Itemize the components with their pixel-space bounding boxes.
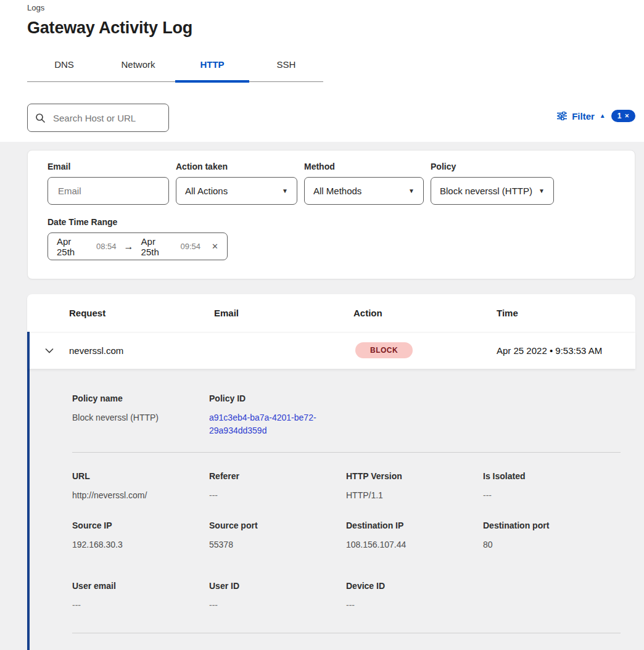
detail-value: --- (209, 599, 346, 612)
detail-field-destination-port: Destination port 80 (483, 520, 620, 551)
email-input-wrap (47, 177, 169, 205)
detail-label: Is Isolated (483, 471, 620, 481)
filter-toggle-button[interactable]: Filter ▲ (557, 111, 606, 121)
filter-count-badge[interactable]: 1 ✕ (611, 110, 635, 122)
detail-field-source-port: Source port 55378 (209, 520, 346, 551)
filter-field-email: Email (47, 162, 169, 205)
filter-field-policy: Policy Block neverssl (HTTP) ▼ (431, 162, 554, 205)
detail-field-url: URL http://neverssl.com/ (72, 471, 209, 502)
field-label: Policy (431, 162, 554, 171)
search-box (27, 104, 169, 132)
detail-field-http-version: HTTP Version HTTP/1.1 (346, 471, 483, 502)
expand-row-button[interactable] (30, 348, 69, 353)
content-area: Email Action taken All Actions ▼ Method … (0, 150, 644, 650)
page-title: Gateway Activity Log (27, 19, 635, 38)
tab-label: HTTP (200, 59, 224, 70)
select-value: All Actions (185, 186, 228, 196)
table-row[interactable]: neverssl.com BLOCK Apr 25 2022 • 9:53:53… (27, 332, 635, 369)
filter-field-date-range: Date Time Range Apr 25th 08:54 → Apr 25t… (47, 217, 616, 260)
filter-cluster: Filter ▲ 1 ✕ (557, 110, 635, 122)
clear-date-range-icon[interactable]: ✕ (212, 242, 218, 251)
end-date: Apr 25th (141, 236, 175, 257)
detail-field-device-id: Device ID --- (346, 581, 483, 612)
detail-value: --- (209, 489, 346, 502)
request-cell: neverssl.com (69, 345, 214, 356)
detail-label: User email (72, 581, 209, 591)
date-range-picker[interactable]: Apr 25th 08:54 → Apr 25th 09:54 ✕ (47, 232, 228, 260)
select-value: All Methods (313, 186, 361, 196)
field-label: Email (47, 162, 169, 171)
search-icon (35, 113, 46, 123)
filter-label: Filter (572, 111, 595, 121)
tab-dns[interactable]: DNS (27, 53, 101, 81)
detail-field-policy-name: Policy name Block neverssl (HTTP) (72, 393, 209, 437)
policy-id-link[interactable]: a91c3eb4-ba7a-4201-be72-29a934dd359d (209, 411, 329, 437)
detail-field-referer: Referer --- (209, 471, 346, 502)
detail-field-policy-id: Policy ID a91c3eb4-ba7a-4201-be72-29a934… (209, 393, 346, 437)
caret-up-icon: ▲ (600, 113, 606, 119)
select-value: Block neverssl (HTTP) (440, 186, 532, 196)
start-time: 08:54 (96, 242, 117, 251)
http-section: URL http://neverssl.com/ Referer --- HTT… (72, 471, 621, 502)
tab-label: Network (121, 59, 155, 70)
action-taken-select[interactable]: All Actions ▼ (176, 177, 297, 205)
policy-select[interactable]: Block neverssl (HTTP) ▼ (431, 177, 554, 205)
expanded-row-detail: Policy name Block neverssl (HTTP) Policy… (27, 369, 635, 650)
detail-field-source-ip: Source IP 192.168.30.3 (72, 520, 209, 551)
detail-field-destination-ip: Destination IP 108.156.107.44 (346, 520, 483, 551)
log-table: Request Email Action Time neverssl.com B… (27, 294, 635, 650)
column-header-action: Action (353, 308, 497, 318)
field-label: Action taken (176, 162, 297, 171)
policy-section: Policy name Block neverssl (HTTP) Policy… (72, 393, 621, 437)
end-time: 09:54 (181, 242, 201, 251)
tab-ssh[interactable]: SSH (249, 53, 323, 81)
table-header-row: Request Email Action Time (27, 294, 635, 332)
detail-value: 192.168.30.3 (72, 538, 209, 551)
detail-field-user-id: User ID --- (209, 581, 346, 612)
detail-label: Referer (209, 471, 346, 481)
tab-bar: DNS Network HTTP SSH (27, 53, 323, 82)
filter-field-method: Method All Methods ▼ (304, 162, 424, 205)
dropdown-caret-icon: ▼ (539, 187, 545, 194)
network-section: Source IP 192.168.30.3 Source port 55378… (72, 520, 621, 551)
status-badge: BLOCK (355, 342, 413, 358)
detail-field-user-email: User email --- (72, 581, 209, 612)
search-input[interactable] (52, 112, 161, 124)
detail-label: URL (72, 471, 209, 481)
detail-label: Device ID (346, 581, 483, 591)
filter-count: 1 (617, 112, 622, 120)
filter-field-action-taken: Action taken All Actions ▼ (176, 162, 297, 205)
badge-clear-icon: ✕ (624, 113, 629, 119)
detail-value: 108.156.107.44 (346, 538, 483, 551)
column-header-request: Request (69, 308, 214, 318)
time-cell: Apr 25 2022 • 9:53:53 AM (497, 345, 635, 356)
dropdown-caret-icon: ▼ (408, 187, 415, 194)
column-header-email: Email (214, 308, 353, 318)
detail-label: Policy name (72, 393, 209, 403)
tab-network[interactable]: Network (101, 53, 175, 81)
email-filter-input[interactable] (57, 185, 160, 197)
detail-label: User ID (209, 581, 346, 591)
detail-label: Destination IP (346, 520, 483, 530)
filter-icon (557, 112, 567, 120)
detail-value: --- (346, 599, 483, 612)
action-cell: BLOCK (353, 342, 497, 358)
start-date: Apr 25th (57, 236, 90, 257)
method-select[interactable]: All Methods ▼ (304, 177, 424, 205)
detail-value: --- (483, 489, 620, 502)
divider (72, 452, 621, 453)
breadcrumb[interactable]: Logs (27, 3, 635, 13)
detail-value: http://neverssl.com/ (72, 489, 209, 502)
dropdown-caret-icon: ▼ (282, 187, 288, 194)
detail-label: Destination port (483, 520, 620, 530)
detail-value: 80 (483, 538, 620, 551)
detail-label: Source port (209, 520, 346, 530)
toolbar: Filter ▲ 1 ✕ (27, 104, 635, 132)
tab-http[interactable]: HTTP (175, 53, 249, 81)
detail-value: --- (72, 599, 209, 612)
detail-value: 55378 (209, 538, 346, 551)
detail-value: Block neverssl (HTTP) (72, 411, 209, 424)
tab-label: SSH (277, 59, 296, 70)
tab-label: DNS (54, 59, 74, 70)
divider (72, 633, 621, 633)
